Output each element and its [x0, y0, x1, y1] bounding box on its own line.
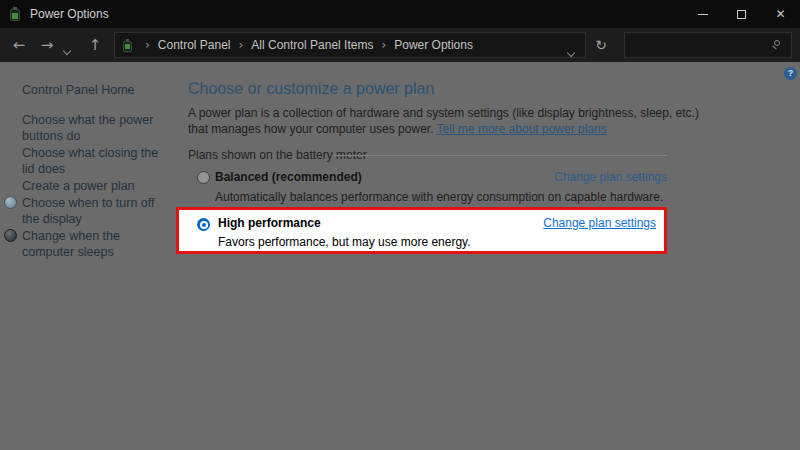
balanced-plan-name[interactable]: Balanced (recommended) — [215, 170, 362, 184]
breadcrumb-all-control-panel-items[interactable]: All Control Panel Items — [251, 38, 373, 52]
display-icon — [4, 196, 17, 209]
page-title: Choose or customize a power plan — [188, 80, 434, 98]
close-icon: ✕ — [775, 7, 785, 21]
intro-paragraph: A power plan is a collection of hardware… — [188, 106, 710, 137]
breadcrumb-control-panel[interactable]: Control Panel — [158, 38, 231, 52]
sidebar-item-closing-lid[interactable]: Choose what closing the lid does — [22, 145, 162, 177]
breadcrumb-separator-icon: › — [239, 38, 244, 52]
high-performance-change-plan-settings-link[interactable]: Change plan settings — [543, 216, 656, 230]
breadcrumb-separator-icon: › — [145, 38, 150, 52]
search-icon — [771, 40, 782, 51]
search-box[interactable] — [624, 32, 792, 58]
chevron-down-icon — [567, 49, 575, 57]
high-performance-plan-name[interactable]: High performance — [218, 216, 321, 230]
power-options-location-icon — [123, 39, 132, 52]
recent-pages-dropdown[interactable] — [64, 40, 70, 58]
balanced-plan-description: Automatically balances performance with … — [215, 190, 663, 204]
up-button[interactable]: ↑ — [84, 28, 106, 62]
high-performance-plan-description: Favors performance, but may use more ene… — [218, 235, 471, 249]
refresh-button[interactable]: ↻ — [590, 28, 612, 62]
sidebar-item-computer-sleeps[interactable]: Change when the computer sleeps — [22, 228, 162, 260]
close-button[interactable]: ✕ — [761, 0, 800, 28]
minimize-button[interactable] — [683, 0, 722, 28]
breadcrumb-power-options[interactable]: Power Options — [394, 38, 473, 52]
title-bar: Power Options ✕ — [0, 0, 800, 28]
help-icon[interactable]: ? — [784, 67, 797, 80]
window-title: Power Options — [30, 0, 109, 28]
tell-me-more-link[interactable]: Tell me more about power plans — [437, 122, 607, 136]
section-divider — [334, 155, 667, 156]
sidebar-item-control-panel-home[interactable]: Control Panel Home — [22, 82, 162, 98]
sleep-icon — [4, 229, 17, 242]
minimize-icon — [698, 14, 708, 15]
sidebar-item-turn-off-display[interactable]: Choose when to turn off the display — [22, 195, 162, 227]
breadcrumb: › Control Panel › All Control Panel Item… — [137, 33, 473, 57]
sidebar-item-power-buttons[interactable]: Choose what the power buttons do — [22, 112, 162, 144]
power-options-app-icon — [10, 7, 20, 21]
high-performance-highlight-box: High performance Change plan settings Fa… — [176, 207, 667, 254]
forward-button[interactable]: → — [36, 28, 58, 62]
back-button[interactable]: ← — [8, 28, 30, 62]
address-bar[interactable]: › Control Panel › All Control Panel Item… — [114, 32, 586, 58]
high-performance-radio[interactable] — [197, 218, 210, 231]
content-area: ? Control Panel Home Choose what the pow… — [0, 62, 800, 450]
breadcrumb-separator-icon: › — [381, 38, 386, 52]
maximize-button[interactable] — [722, 0, 761, 28]
balanced-radio[interactable] — [197, 171, 210, 184]
navigation-bar: ← → ↑ › Control Panel › All Control Pane… — [0, 28, 800, 62]
power-options-window: Power Options ✕ ← → ↑ › Control Panel › … — [0, 0, 800, 450]
maximize-icon — [737, 10, 746, 19]
chevron-down-icon — [63, 47, 71, 55]
address-dropdown[interactable] — [568, 42, 574, 60]
sidebar-item-create-power-plan[interactable]: Create a power plan — [22, 178, 162, 194]
balanced-change-plan-settings-link[interactable]: Change plan settings — [554, 170, 667, 184]
search-input[interactable] — [631, 35, 761, 55]
